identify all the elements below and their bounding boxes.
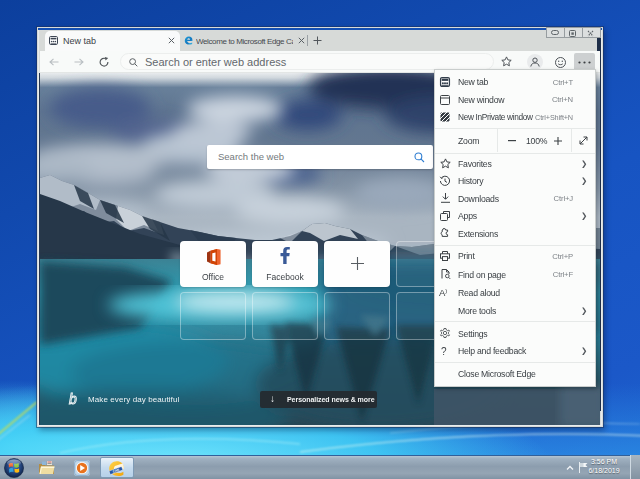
svg-text:b: b xyxy=(69,391,77,407)
